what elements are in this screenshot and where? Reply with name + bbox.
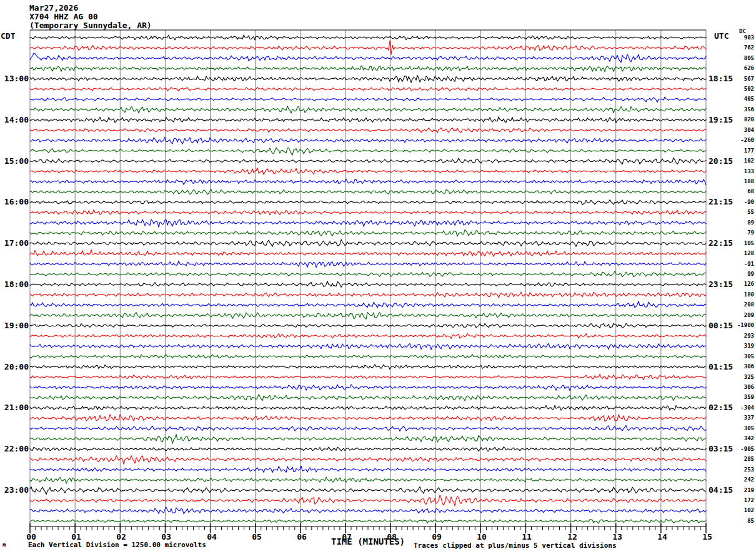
dc-offset-value: 820 xyxy=(719,116,754,123)
minute-tick-label: 12 xyxy=(560,532,585,541)
seismogram-trace-row-0 xyxy=(30,35,706,40)
seismogram-trace-row-22 xyxy=(30,261,706,268)
minute-tick-label: 15 xyxy=(695,532,720,541)
dc-offset-value: 79 xyxy=(719,229,754,236)
dc-offset-value: 219 xyxy=(719,487,754,494)
seismogram-trace-row-24 xyxy=(30,281,706,288)
seismogram-trace-row-47 xyxy=(30,519,706,523)
seismogram-trace-row-39 xyxy=(30,434,706,443)
dc-offset-value: -91 xyxy=(719,261,754,268)
dc-offset-value: 102 xyxy=(719,507,754,514)
dc-offset-value: 903 xyxy=(719,34,754,41)
dc-offset-value: 128 xyxy=(719,250,754,257)
seismogram-trace-row-35 xyxy=(30,395,706,401)
minute-tick-label: 02 xyxy=(109,532,134,541)
dc-offset-value: 188 xyxy=(719,178,754,185)
seismogram-trace-row-10 xyxy=(30,137,706,144)
left-hour-label: 18:00 xyxy=(0,280,29,289)
dc-offset-value: 306 xyxy=(719,363,754,370)
dc-offset-value: 89 xyxy=(719,219,754,226)
dc-offset-value: 502 xyxy=(719,86,754,93)
corner-squiggle-mark: ʍ xyxy=(2,541,6,548)
seismogram-trace-row-9 xyxy=(30,128,706,133)
helicorder-page: Mar27,2026 X704 HHZ AG 00 (Temporary Sun… xyxy=(0,0,756,554)
seismogram-trace-row-1 xyxy=(30,41,706,55)
dc-offset-value: 567 xyxy=(719,76,754,83)
dc-offset-value: 805 xyxy=(719,55,754,62)
minute-tick-label: 00 xyxy=(19,532,44,541)
x-axis-label: TIME (MINUTES) xyxy=(331,536,405,546)
seismogram-trace-row-36 xyxy=(30,405,706,410)
seismogram-trace-row-13 xyxy=(30,168,706,174)
seismogram-trace-row-14 xyxy=(30,179,706,184)
left-hour-label: 16:00 xyxy=(0,197,29,206)
seismogram-trace-row-7 xyxy=(30,106,706,113)
left-hour-label: 22:00 xyxy=(0,444,29,453)
footer-clip-note: Traces clipped at plus/minus 5 vertical … xyxy=(414,541,617,550)
dc-offset-value: -304 xyxy=(719,405,754,411)
seismogram-trace-row-45 xyxy=(30,495,706,506)
left-hour-label: 17:00 xyxy=(0,238,29,248)
dc-offset-value: 133 xyxy=(719,168,754,175)
seismogram-trace-row-29 xyxy=(30,333,706,338)
dc-offset-value: 293 xyxy=(719,333,754,340)
seismogram-trace-row-32 xyxy=(30,365,706,370)
seismogram-trace-row-11 xyxy=(30,148,706,155)
dc-offset-value: 305 xyxy=(719,353,754,360)
dc-offset-value: 356 xyxy=(719,106,754,113)
dc-offset-value: 359 xyxy=(719,394,754,401)
left-hour-label: 15:00 xyxy=(0,156,29,166)
dc-offset-value: 180 xyxy=(719,291,754,298)
seismogram-trace-row-23 xyxy=(30,271,706,277)
dc-offset-value: 337 xyxy=(719,415,754,421)
dc-offset-value: 242 xyxy=(719,476,754,483)
seismogram-trace-row-3 xyxy=(30,66,706,72)
seismogram-trace-row-19 xyxy=(30,230,706,237)
left-hour-label: 23:00 xyxy=(0,485,29,495)
dc-offset-value: 405 xyxy=(719,96,754,103)
dc-offset-value: 253 xyxy=(719,466,754,473)
left-hour-label: 19:00 xyxy=(0,321,29,330)
seismogram-trace-row-46 xyxy=(30,507,706,514)
minute-tick-label: 04 xyxy=(199,532,224,541)
dc-offset-value: -905 xyxy=(719,446,754,453)
minute-tick-label: 14 xyxy=(650,532,675,541)
seismogram-trace-row-20 xyxy=(30,239,706,246)
seismogram-trace-row-44 xyxy=(30,486,706,494)
dc-offset-value: 305 xyxy=(719,425,754,432)
dc-offset-value: 208 xyxy=(719,301,754,308)
seismogram-trace-row-5 xyxy=(30,88,706,91)
seismogram-trace-row-27 xyxy=(30,312,706,319)
seismogram-trace-row-18 xyxy=(30,219,706,227)
minute-tick-label: 13 xyxy=(605,532,630,541)
seismogram-trace-row-25 xyxy=(30,292,706,298)
seismogram-plot xyxy=(0,0,756,554)
dc-offset-value: 626 xyxy=(719,65,754,72)
seismogram-trace-row-31 xyxy=(30,355,706,358)
dc-offset-value: 209 xyxy=(719,312,754,319)
left-hour-label: 21:00 xyxy=(0,403,29,412)
seismogram-trace-row-6 xyxy=(30,97,706,102)
minute-tick-label: 03 xyxy=(154,532,179,541)
dc-offset-value: 325 xyxy=(719,374,754,381)
seismogram-trace-row-26 xyxy=(30,301,706,308)
seismogram-trace-row-37 xyxy=(30,415,706,421)
seismogram-trace-row-15 xyxy=(30,189,706,194)
dc-offset-value: 99 xyxy=(719,271,754,278)
dc-offset-value: 102 xyxy=(719,158,754,164)
minute-tick-label: 10 xyxy=(469,532,494,541)
dc-offset-value: 55 xyxy=(719,209,754,216)
seismogram-trace-row-17 xyxy=(30,209,706,214)
seismogram-trace-row-41 xyxy=(30,456,706,465)
seismogram-trace-row-30 xyxy=(30,343,706,350)
dc-offset-value: 177 xyxy=(719,148,754,154)
seismogram-trace-row-28 xyxy=(30,323,706,328)
seismogram-trace-row-40 xyxy=(30,447,706,451)
left-hour-label: 13:00 xyxy=(0,74,29,83)
seismogram-trace-row-34 xyxy=(30,385,706,391)
footer-scale-note: Each Vertical Division = 1250.00 microvo… xyxy=(28,541,206,549)
seismogram-trace-row-12 xyxy=(30,158,706,164)
dc-offset-value: 105 xyxy=(719,240,754,247)
minute-tick-label: 01 xyxy=(64,532,89,541)
seismogram-trace-row-21 xyxy=(30,249,706,256)
